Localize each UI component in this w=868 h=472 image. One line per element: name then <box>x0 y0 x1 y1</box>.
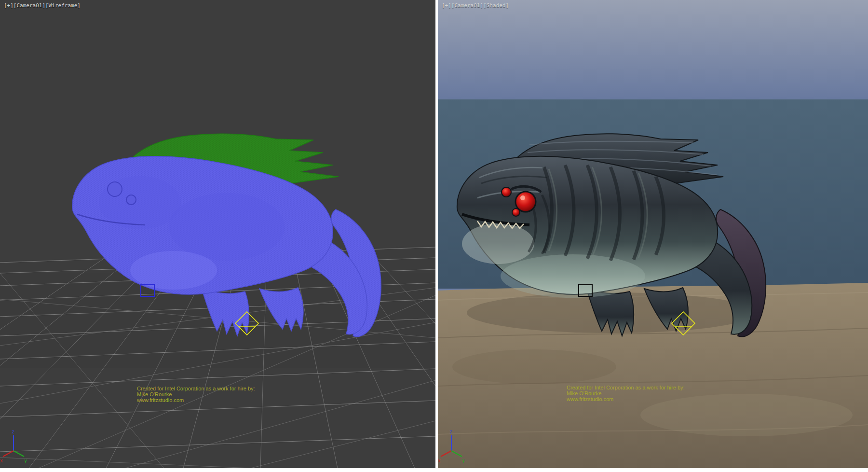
viewport-shaded[interactable]: z x y [+][Camera01][Shaded] Created for … <box>438 0 868 468</box>
watermark-line: Mike O'Rourke <box>567 390 685 396</box>
watermark: Created for Intel Corporation as a work … <box>137 386 255 403</box>
axis-y-label: y <box>462 458 465 463</box>
viewport-label-wireframe[interactable]: [+][Camera01][Wireframe] <box>4 2 81 9</box>
watermark-line: Created for Intel Corporation as a work … <box>137 386 255 391</box>
axis-x-label: x <box>438 458 441 463</box>
sky <box>438 0 868 99</box>
axis-x-label: x <box>0 458 3 463</box>
watermark-line: www.fritzstudio.com <box>137 397 255 403</box>
window-edge <box>0 468 868 472</box>
watermark-line: Created for Intel Corporation as a work … <box>567 385 685 390</box>
axis-y-label: y <box>24 458 27 463</box>
watermark-line: Mike O'Rourke <box>137 391 255 397</box>
viewport-wireframe[interactable]: z x y [+][Camera01][Wireframe] Created f… <box>0 0 435 468</box>
axis-z-label: z <box>449 429 452 434</box>
dual-viewport-stage: z x y [+][Camera01][Wireframe] Created f… <box>0 0 868 472</box>
viewport-label-shaded[interactable]: [+][Camera01][Shaded] <box>442 2 509 9</box>
watermark-line: www.fritzstudio.com <box>567 396 685 402</box>
watermark: Created for Intel Corporation as a work … <box>567 385 685 402</box>
axis-z-label: z <box>12 429 14 434</box>
